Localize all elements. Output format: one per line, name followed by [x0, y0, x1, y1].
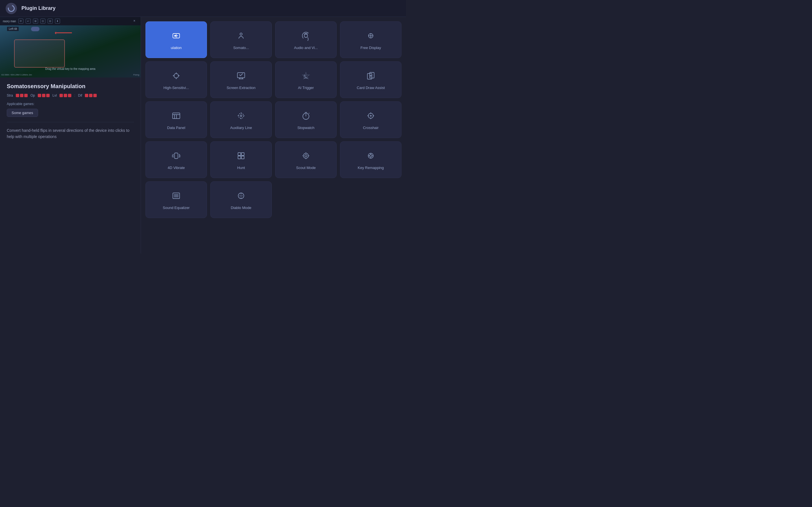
left-panel: nsory man ⟳ ↩ ⊞ ⊡ ⊟ ⬇ × Left tilt Drag t…	[0, 17, 141, 253]
plugin-icon-simulation	[171, 31, 181, 42]
plugin-icon-data-panel	[171, 111, 181, 122]
plugin-card-hunt[interactable]: Hunt	[210, 142, 272, 178]
plugin-label-card-draw: Card Draw Assist	[357, 86, 385, 90]
plugin-card-stopwatch[interactable]: Stopwatch	[275, 101, 337, 138]
plugin-label-diablo-mode: Diablo Mode	[231, 206, 252, 210]
plugin-icon-ai-trigger: AI	[301, 71, 311, 82]
svg-point-15	[370, 115, 371, 116]
plugin-card-key-remapping[interactable]: Key Remapping	[340, 142, 402, 178]
plugin-label-scout-mode: Scout Mode	[296, 166, 315, 170]
svg-point-21	[303, 153, 308, 158]
plugin-icon-screen-extraction	[236, 71, 246, 82]
plugin-info: Somatosensory Manipulation Stra Op Lvl	[0, 77, 141, 146]
game-stats: 63.58M / 694.29M 3.28M/s 3m	[1, 73, 32, 76]
logo	[6, 3, 17, 14]
plugin-title: Somatosensory Manipulation	[7, 83, 134, 90]
plugin-icon-diablo-mode	[236, 191, 246, 202]
plugin-card-audio-visual[interactable]: Audio and Vi...	[275, 21, 337, 58]
plugin-label-simulation: ulation	[171, 46, 182, 50]
plugin-card-scout-mode[interactable]: Scout Mode	[275, 142, 337, 178]
plugin-label-sound-equalizer: Sound Equalizer	[163, 206, 190, 210]
plugin-icon-stopwatch	[301, 111, 311, 122]
toolbar-icon-3[interactable]: ⊞	[33, 18, 38, 24]
page-title: Plugin Library	[21, 5, 56, 11]
toolbar-icon-2[interactable]: ↩	[26, 18, 31, 24]
dot	[93, 94, 97, 97]
plugin-card-data-panel[interactable]: Data Panel	[146, 101, 207, 138]
stat-lvl-dots	[59, 94, 71, 97]
svg-text:AI: AI	[304, 74, 306, 77]
dot	[16, 94, 19, 97]
plugin-card-simulation[interactable]: ulation	[146, 21, 207, 58]
plugin-grid: ulationSomato...Audio and Vi...Free Disp…	[146, 21, 402, 218]
plugin-label-hunt: Hunt	[237, 166, 245, 170]
plugin-card-screen-extraction[interactable]: Screen Extraction	[210, 61, 272, 98]
red-arrow-icon	[55, 33, 72, 33]
plugin-icon-sound-equalizer	[171, 191, 181, 202]
plugin-icon-auxiliary-line	[236, 111, 246, 122]
stat-sep: :	[74, 94, 75, 98]
svg-point-2	[304, 34, 308, 38]
applicable-label: Applicable games:	[7, 102, 134, 106]
stat-stra-label: Stra	[7, 94, 13, 98]
plugin-icon-free-display	[366, 31, 376, 42]
plugin-card-auxiliary-line[interactable]: Auxiliary Line	[210, 101, 272, 138]
plugin-card-high-sensitivity[interactable]: High-Sensitivi...	[146, 61, 207, 98]
plugin-card-ai-trigger[interactable]: AIAI Trigger	[275, 61, 337, 98]
dot	[85, 94, 88, 97]
left-tilt-label: Left tilt	[7, 27, 18, 31]
plugin-card-somato[interactable]: Somato...	[210, 21, 272, 58]
plugin-label-key-remapping: Key Remapping	[358, 166, 384, 170]
plugin-label-audio-visual: Audio and Vi...	[294, 46, 318, 50]
plugin-card-4d-vibrate[interactable]: 4D Vibrate	[146, 142, 207, 178]
toolbar-close-button[interactable]: ×	[133, 19, 138, 23]
plugin-label-free-display: Free Display	[361, 46, 381, 50]
svg-point-22	[305, 155, 307, 157]
plugin-card-crosshair[interactable]: Crosshair	[340, 101, 402, 138]
svg-point-3	[370, 35, 371, 36]
plugin-label-stopwatch: Stopwatch	[297, 126, 315, 130]
toolbar-icon-4[interactable]: ⊡	[40, 18, 45, 24]
dot	[20, 94, 23, 97]
svg-rect-19	[238, 156, 241, 159]
stat-lvl-label: Lvl	[52, 94, 57, 98]
plugin-label-screen-extraction: Screen Extraction	[227, 86, 256, 90]
toolbar-icon-1[interactable]: ⟳	[18, 18, 23, 24]
svg-rect-18	[241, 153, 244, 156]
plugin-icon-scout-mode	[301, 151, 311, 162]
plugin-label-somato: Somato...	[233, 46, 249, 50]
toolbar-icon-6[interactable]: ⬇	[55, 18, 60, 24]
plugin-card-card-draw[interactable]: Card Draw Assist	[340, 61, 402, 98]
dot	[89, 94, 93, 97]
plugin-label-high-sensitivity: High-Sensitivi...	[163, 86, 189, 90]
left-tilt-toggle[interactable]	[31, 27, 40, 31]
plugin-label-ai-trigger: AI Trigger	[298, 86, 314, 90]
stat-stra-dots	[16, 94, 28, 97]
toolbar-icon-5[interactable]: ⊟	[48, 18, 53, 24]
dot	[38, 94, 41, 97]
svg-point-11	[239, 113, 244, 118]
games-badge-button[interactable]: Some games	[7, 109, 38, 117]
plugin-card-diablo-mode[interactable]: Diablo Mode	[210, 181, 272, 218]
main-layout: nsory man ⟳ ↩ ⊞ ⊡ ⊟ ⬇ × Left tilt Drag t…	[0, 17, 406, 253]
drag-hint: Drag the virtual key to the mapping area	[45, 67, 96, 70]
plugin-label-auxiliary-line: Auxiliary Line	[230, 126, 252, 130]
game-toolbar: nsory man ⟳ ↩ ⊞ ⊡ ⊟ ⬇ ×	[0, 17, 141, 25]
dot	[59, 94, 63, 97]
plugin-description: Convert hand-held flips in several direc…	[7, 127, 134, 140]
svg-point-5	[174, 73, 179, 78]
dot	[68, 94, 71, 97]
game-preview: nsory man ⟳ ↩ ⊞ ⊡ ⊟ ⬇ × Left tilt Drag t…	[0, 17, 141, 77]
plugin-label-data-panel: Data Panel	[167, 126, 185, 130]
plugin-icon-4d-vibrate	[171, 151, 181, 162]
plugin-icon-hunt	[236, 151, 246, 162]
plugin-icon-somato	[236, 31, 246, 42]
svg-rect-16	[174, 153, 178, 159]
plugin-label-crosshair: Crosshair	[363, 126, 378, 130]
divider	[7, 122, 134, 122]
svg-rect-17	[238, 153, 241, 156]
plugin-card-free-display[interactable]: Free Display	[340, 21, 402, 58]
fixing-badge: Fixing	[133, 73, 139, 76]
plugin-card-sound-equalizer[interactable]: Sound Equalizer	[146, 181, 207, 218]
svg-point-24	[370, 155, 372, 157]
